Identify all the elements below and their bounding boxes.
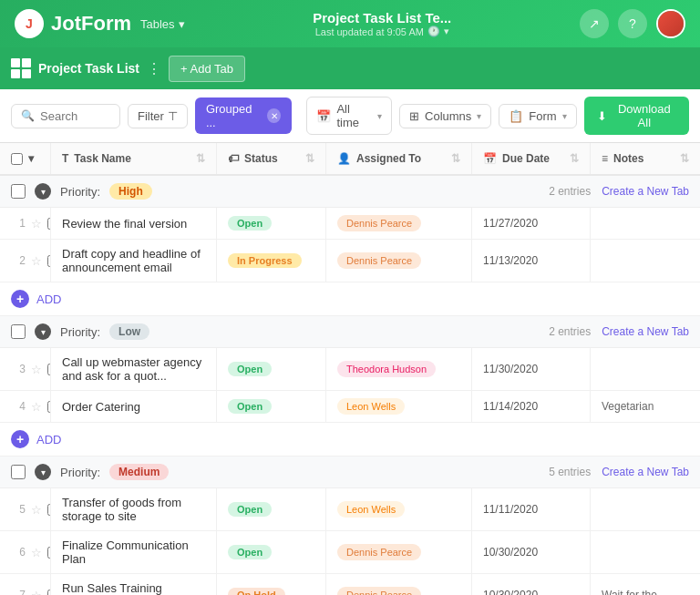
assignee-badge-7: Dennis Pearce	[337, 587, 421, 595]
add-tab-button[interactable]: + Add Tab	[169, 56, 245, 82]
status-sort-icon[interactable]: ⇅	[305, 152, 314, 165]
assignee-badge-3: Theodora Hudson	[337, 361, 436, 377]
star-icon-4[interactable]: ☆	[31, 400, 42, 414]
star-icon-7[interactable]: ☆	[31, 589, 42, 596]
duedate-col-icon: 📅	[483, 152, 497, 165]
col-assigned[interactable]: 👤 Assigned To ⇅	[326, 143, 472, 174]
table-row: 6 ☆ Finalize Communication Plan Open Den…	[0, 531, 700, 574]
project-options-button[interactable]: ⋮	[147, 60, 161, 77]
col-task[interactable]: T Task Name ⇅	[51, 143, 217, 174]
priority-label-low: Priority:	[60, 325, 100, 339]
alltime-button[interactable]: 📅 All time ▾	[306, 97, 392, 135]
help-icon: ?	[629, 16, 636, 31]
filter-label: Filter	[138, 109, 164, 123]
search-input[interactable]	[40, 109, 104, 123]
assignee-cell-7: Dennis Pearce	[326, 574, 472, 595]
star-icon-1[interactable]: ☆	[31, 217, 42, 231]
star-icon-5[interactable]: ☆	[31, 503, 42, 517]
columns-button[interactable]: ⊞ Columns ▾	[399, 104, 491, 128]
add-label-high: ADD	[36, 292, 61, 306]
create-tab-button-medium[interactable]: Create a New Tab	[602, 466, 689, 478]
star-icon-6[interactable]: ☆	[31, 546, 42, 559]
status-cell-5: Open	[217, 488, 326, 530]
assigned-col-icon: 👤	[337, 152, 351, 165]
tables-chevron: ▾	[179, 17, 185, 31]
notes-cell-5	[591, 488, 700, 530]
duedate-sort-icon[interactable]: ⇅	[570, 152, 579, 165]
form-icon: 📋	[509, 109, 523, 123]
group-chevron-medium[interactable]: ▾	[35, 464, 51, 480]
grouped-button[interactable]: Grouped ... ✕	[195, 97, 292, 134]
add-row-high[interactable]: + ADD	[0, 282, 700, 316]
row-controls-4: 4 ☆	[0, 391, 51, 422]
search-box[interactable]: 🔍	[11, 104, 120, 128]
notes-cell-2	[591, 240, 700, 282]
columns-chevron: ▾	[477, 111, 481, 121]
row-controls-2: 2 ☆	[0, 240, 51, 282]
group-checkbox-medium[interactable]	[11, 465, 26, 479]
search-icon: 🔍	[21, 109, 35, 122]
group-checkbox-low[interactable]	[11, 324, 26, 339]
task-text-3: Call up webmaster agency and ask for a q…	[62, 355, 205, 383]
tables-nav[interactable]: Tables ▾	[140, 17, 185, 31]
duedate-cell-5: 11/11/2020	[472, 488, 591, 530]
assignee-badge-6: Dennis Pearce	[337, 544, 421, 560]
group-info-medium: 5 entries Create a New Tab	[549, 466, 689, 478]
col-notes[interactable]: ≡ Notes ⇅	[591, 143, 700, 174]
group-checkbox-high[interactable]	[11, 184, 26, 199]
create-tab-button-low[interactable]: Create a New Tab	[602, 325, 689, 338]
col-duedate[interactable]: 📅 Due Date ⇅	[472, 143, 591, 174]
alltime-chevron: ▾	[377, 111, 382, 121]
expand-chevron[interactable]: ▾	[28, 152, 34, 165]
status-cell-4: Open	[217, 391, 326, 422]
notes-sort-icon[interactable]: ⇅	[680, 152, 689, 165]
duedate-cell-2: 11/13/2020	[472, 240, 591, 282]
task-cell-7: Run Sales Training Program	[51, 574, 217, 595]
table-row: 1 ☆ Review the final version Open Dennis…	[0, 208, 700, 240]
group-chevron-low[interactable]: ▾	[35, 323, 51, 340]
row-number-6: 6	[11, 546, 26, 559]
table-header: ▾ T Task Name ⇅ 🏷 Status ⇅ 👤 Assigned To…	[0, 143, 700, 176]
row-controls-7: 7 ☆	[0, 574, 51, 595]
star-icon-2[interactable]: ☆	[31, 254, 42, 268]
avatar[interactable]	[656, 9, 685, 38]
notes-cell-7: Wait for the ...	[591, 574, 700, 595]
task-text-6: Finalize Communication Plan	[62, 539, 205, 566]
task-text-5: Transfer of goods from storage to site	[62, 496, 205, 523]
table: ▾ T Task Name ⇅ 🏷 Status ⇅ 👤 Assigned To…	[0, 143, 700, 595]
task-sort-icon[interactable]: ⇅	[196, 152, 205, 165]
status-cell-2: In Progress	[217, 240, 326, 282]
download-button[interactable]: ⬇ Download All	[584, 97, 689, 135]
subtitle-text: Last updated at 9:05 AM	[315, 26, 424, 37]
assigned-sort-icon[interactable]: ⇅	[451, 152, 460, 165]
row-number-4: 4	[11, 400, 26, 413]
create-tab-button-high[interactable]: Create a New Tab	[602, 185, 689, 198]
filter-button[interactable]: Filter ⊤	[128, 104, 188, 128]
add-row-low[interactable]: + ADD	[0, 423, 700, 457]
star-icon-3[interactable]: ☆	[31, 363, 42, 376]
logo-area: J JotForm	[15, 9, 131, 38]
assignee-cell-2: Dennis Pearce	[326, 240, 472, 282]
share-button[interactable]: ↗	[580, 9, 609, 38]
top-header: J JotForm Tables ▾ Project Task List Te.…	[0, 0, 700, 47]
group-entries-low: 2 entries	[549, 325, 591, 338]
filter-icon: ⊤	[168, 109, 178, 123]
status-cell-7: On Hold	[217, 574, 326, 595]
row-number-5: 5	[11, 503, 26, 516]
form-button[interactable]: 📋 Form ▾	[499, 104, 576, 128]
col-status[interactable]: 🏷 Status ⇅	[217, 143, 326, 174]
group-chevron-high[interactable]: ▾	[35, 183, 51, 200]
select-all-checkbox[interactable]	[11, 153, 23, 165]
assignee-badge-1: Dennis Pearce	[337, 215, 421, 231]
task-col-label: Task Name	[74, 152, 130, 165]
notes-text-7: Wait for the ...	[602, 589, 669, 595]
subtitle-chevron[interactable]: ▾	[444, 26, 449, 37]
grouped-close-button[interactable]: ✕	[267, 108, 281, 123]
status-cell-6: Open	[217, 531, 326, 573]
assignee-cell-3: Theodora Hudson	[326, 348, 472, 390]
help-button[interactable]: ?	[618, 9, 647, 38]
group-entries-medium: 5 entries	[549, 466, 591, 478]
page-title: Project Task List Te...	[185, 10, 580, 26]
add-circle-icon-high: +	[11, 290, 29, 308]
calendar-icon: 📅	[316, 109, 331, 123]
